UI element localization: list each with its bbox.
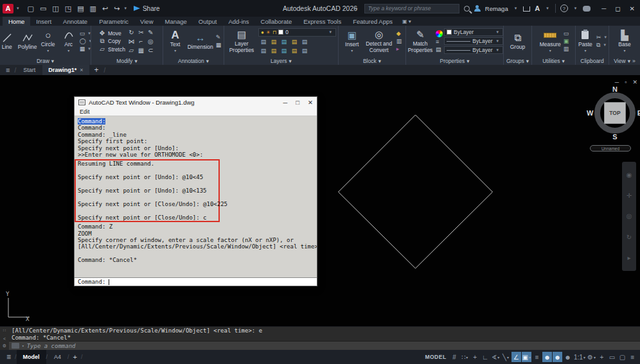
block-attr-icon[interactable]: ▥ [396, 38, 402, 44]
layer-tool-icon[interactable]: ▤ [292, 48, 298, 54]
qat-icon[interactable]: ↪ [111, 4, 122, 13]
circle-flyout-caret[interactable]: ▾ [47, 48, 49, 53]
qat-overflow-caret[interactable]: ▾ [124, 6, 127, 11]
layer-tool-icon[interactable]: ▤ [302, 48, 308, 54]
modify-tool-icon[interactable]: ◎ [148, 38, 154, 45]
status-toggle-icon[interactable]: ∟ [481, 352, 490, 362]
search-collapse-caret[interactable]: ▸ [355, 6, 358, 11]
status-toggle-icon[interactable]: ☻ [563, 352, 573, 362]
layer-tool-icon[interactable]: ▤ [281, 39, 287, 45]
modify-tool-icon[interactable]: ▱ [129, 47, 134, 54]
copy-clip-icon[interactable]: ⧉ [596, 42, 600, 49]
status-toggle-icon[interactable]: ≡ [532, 352, 542, 362]
linetype-combo-caret[interactable]: ▾ [496, 39, 499, 44]
status-toggle-icon[interactable]: ☻ [553, 352, 562, 362]
status-toggle-icon[interactable]: ▢ [618, 352, 627, 362]
file-tab-menu-icon[interactable]: ≡ [3, 66, 13, 74]
modify-tool-icon[interactable]: ▦ [138, 47, 144, 54]
logo-dropdown-caret[interactable]: ▾ [17, 6, 19, 11]
circle-button[interactable]: ○ Circle ▾ [39, 29, 58, 53]
layer-tool-icon[interactable]: ▤ [292, 39, 298, 45]
interop-tools-icon[interactable]: ▣ ▾ [398, 17, 415, 26]
draw-panel-label[interactable]: Draw▾ [0, 56, 91, 65]
navbar-tool-icon[interactable]: ◉ [627, 171, 632, 178]
qat-icon[interactable]: ↩ [100, 4, 111, 13]
text-window[interactable]: AutoCAD Text Window - Drawing1.dwg ─ □ ✕… [74, 96, 317, 286]
status-toggle-icon[interactable]: ▭ [607, 352, 617, 362]
properties-panel-label[interactable]: Properties▾ [406, 56, 503, 65]
lineweight-combo[interactable]: ByLayer ▾ [444, 46, 503, 54]
layer-tool-icon[interactable]: ▤ [261, 48, 267, 54]
status-toggle-icon[interactable]: ▣▾ [522, 352, 531, 362]
navbar-tool-icon[interactable]: ▸ [627, 254, 630, 261]
ribbon-tab[interactable]: Annotate [57, 17, 93, 26]
detect-convert-button[interactable]: ◎ Detect and Convert [363, 28, 395, 54]
rectangle-icon[interactable]: ▭ [80, 30, 85, 37]
ribbon-tab[interactable]: View [134, 17, 159, 26]
autodesk-dropdown-caret[interactable]: ▾ [546, 6, 549, 11]
ribbon-tab[interactable]: Insert [30, 17, 57, 26]
qat-icon[interactable]: ▭ [37, 4, 49, 13]
qat-icon[interactable]: ▥ [87, 4, 99, 13]
measure-flyout-caret[interactable]: ▾ [549, 48, 551, 53]
arc-flyout-caret[interactable]: ▾ [67, 48, 69, 53]
text-flyout-caret[interactable]: ▾ [174, 48, 176, 53]
viewcube-east[interactable]: E [637, 109, 640, 117]
base-flyout-caret[interactable]: ▾ [623, 48, 625, 53]
object-color-combo[interactable]: ByLayer ▾ [444, 28, 503, 36]
block-edit-icon[interactable]: ◆ [396, 30, 401, 37]
status-toggle-icon[interactable]: ☻ [542, 352, 552, 362]
viewcube-west[interactable]: W [587, 109, 593, 117]
status-toggle-icon[interactable]: ╲▾ [501, 352, 511, 362]
utilities-panel-label[interactable]: Utilities▾ [532, 56, 575, 65]
status-toggle-icon[interactable]: # [450, 352, 459, 362]
block-panel-label[interactable]: Block▾ [339, 56, 405, 65]
qat-icon[interactable]: ◫ [49, 4, 61, 13]
base-button[interactable]: ▙ Base ▾ [615, 29, 634, 53]
diamond-polyline[interactable] [339, 115, 493, 268]
layer-tool-icon[interactable]: ▤ [302, 39, 308, 45]
idpoint-icon[interactable]: ▣ [564, 38, 569, 44]
layer-tool-icon[interactable]: ▤ [271, 48, 277, 54]
autocad-logo-icon[interactable]: A [3, 4, 13, 13]
modify-tool-icon[interactable]: ✂ [138, 29, 143, 36]
dimension-button[interactable]: ↔ Dimension [186, 31, 215, 51]
feedback-icon[interactable] [583, 6, 591, 12]
polyline-button[interactable]: Polyline [18, 31, 37, 51]
block-define-icon[interactable]: ▸ [396, 46, 400, 52]
dock-grip-icon[interactable]: ∷ [3, 328, 6, 333]
annotation-panel-label[interactable]: Annotation▾ [163, 56, 224, 65]
recent-commands-icon[interactable] [12, 343, 19, 349]
list-icon[interactable]: ▥ [564, 46, 569, 52]
viewcube-north[interactable]: N [586, 85, 640, 93]
edit-menu[interactable]: Edit [80, 108, 90, 115]
layer-tool-icon[interactable]: ▤ [271, 39, 277, 45]
help-icon[interactable]: ? [560, 4, 568, 12]
ribbon-tab[interactable]: Output [193, 17, 223, 26]
user-dropdown-caret[interactable]: ▾ [515, 6, 517, 11]
linetype-list-icon[interactable]: ≡ [436, 39, 439, 45]
new-drawing-button[interactable]: + [91, 65, 103, 74]
groups-panel-label[interactable]: Groups▾ [504, 56, 531, 65]
close-button[interactable]: ✕ [630, 5, 635, 12]
linetype-combo[interactable]: ByLayer ▾ [444, 37, 503, 45]
cart-icon[interactable] [523, 6, 530, 12]
qat-icon[interactable]: ◳ [62, 4, 74, 13]
line-button[interactable]: Line [0, 31, 17, 51]
ellipse-icon[interactable]: ◯ [80, 38, 86, 44]
color-wheel-icon[interactable] [436, 30, 443, 37]
layout-a4-tab[interactable]: A4 [48, 350, 67, 364]
new-layout-button[interactable]: + [69, 353, 81, 361]
drawing1-tab[interactable]: Drawing1* × [42, 65, 89, 75]
modify-tool-icon[interactable]: ↻ [129, 29, 134, 36]
status-toggle-icon[interactable]: ∢▾ [491, 352, 501, 362]
status-toggle-icon[interactable]: ⚙▾ [587, 352, 596, 362]
viewcube-south[interactable]: S [586, 133, 640, 141]
match-properties-button[interactable]: ✎ Match Properties [406, 28, 434, 54]
quickcalc-icon[interactable]: ▭ [564, 30, 569, 37]
arc-button[interactable]: Arc ▾ [59, 29, 78, 53]
lineweight-combo-caret[interactable]: ▾ [496, 48, 499, 53]
model-space-canvas[interactable]: ─ ▫ ✕ N S W E TOP Unnamed ◉✛◎↻▸ Y X Auto… [0, 75, 640, 326]
insert-flyout-caret[interactable]: ▾ [351, 48, 353, 53]
model-space-label[interactable]: MODEL [425, 354, 446, 360]
